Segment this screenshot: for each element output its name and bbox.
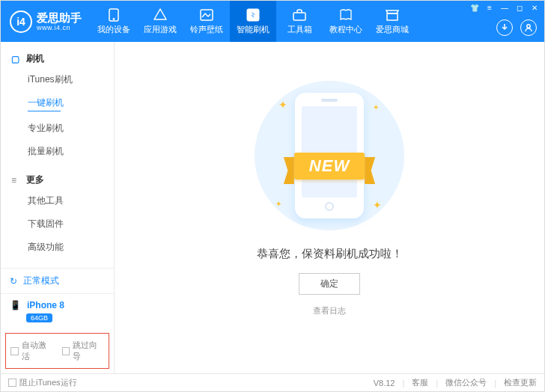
svg-point-6 bbox=[527, 25, 530, 28]
maximize-icon[interactable]: ◻ bbox=[514, 4, 525, 12]
device-name: iPhone 8 bbox=[27, 300, 64, 310]
store-icon bbox=[385, 7, 400, 22]
tab-ring-wallpaper[interactable]: 铃声壁纸 bbox=[183, 1, 230, 42]
side-group-title: 刷机 bbox=[26, 52, 44, 65]
apps-icon bbox=[153, 7, 168, 22]
toolbox-icon bbox=[292, 7, 307, 22]
separator: | bbox=[494, 379, 496, 388]
close-icon[interactable]: ✕ bbox=[529, 4, 540, 12]
separator: | bbox=[436, 379, 438, 388]
more-icon: ≡ bbox=[11, 175, 22, 186]
sparkle-icon: ✦ bbox=[373, 103, 379, 111]
sparkle-icon: ✦ bbox=[278, 99, 287, 111]
flash-icon bbox=[246, 7, 261, 22]
wechat-link[interactable]: 微信公众号 bbox=[445, 377, 487, 388]
side-group-title: 更多 bbox=[26, 174, 44, 186]
device-info[interactable]: 📱 iPhone 8 64GB bbox=[1, 293, 114, 328]
tab-label: 应用游戏 bbox=[144, 24, 177, 35]
sparkle-icon: ✦ bbox=[275, 200, 281, 208]
phone-outline-icon: ▢ bbox=[11, 54, 22, 64]
window-controls: 👕 ≡ — ◻ ✕ bbox=[469, 4, 540, 12]
checkbox-label: 自动激活 bbox=[22, 340, 53, 362]
skip-wizard-checkbox[interactable]: 跳过向导 bbox=[62, 340, 105, 362]
header-actions bbox=[496, 19, 537, 36]
sidebar: ▢ 刷机 iTunes刷机 一键刷机 专业刷机 批量刷机 ≡ 更多 其他工具 下… bbox=[1, 42, 115, 373]
phone-home-icon bbox=[325, 202, 334, 211]
sparkle-icon: ✦ bbox=[373, 199, 382, 211]
success-message: 恭喜您，保资料刷机成功啦！ bbox=[257, 247, 403, 261]
brand-logo: i4 爱思助手 www.i4.cn bbox=[1, 10, 91, 33]
side-group-header-flash: ▢ 刷机 bbox=[1, 49, 114, 68]
tab-my-device[interactable]: 我的设备 bbox=[91, 1, 137, 42]
book-icon bbox=[338, 7, 353, 22]
footer-right: V8.12 | 客服 | 微信公众号 | 检查更新 bbox=[374, 377, 537, 388]
svg-rect-5 bbox=[387, 13, 398, 20]
block-itunes-checkbox[interactable]: 阻止iTunes运行 bbox=[8, 377, 77, 388]
tab-label: 爱思商城 bbox=[376, 24, 409, 35]
tab-smart-flash[interactable]: 智能刷机 bbox=[230, 1, 276, 42]
wallpaper-icon bbox=[199, 7, 214, 22]
device-capacity-badge: 64GB bbox=[26, 313, 52, 322]
auto-activate-checkbox[interactable]: 自动激活 bbox=[10, 340, 53, 362]
sidebar-item-other-tools[interactable]: 其他工具 bbox=[1, 189, 114, 212]
refresh-icon: ↻ bbox=[10, 276, 17, 287]
tab-label: 教程中心 bbox=[329, 24, 362, 35]
tab-label: 铃声壁纸 bbox=[190, 24, 223, 35]
side-group-more: ≡ 更多 其他工具 下载固件 高级功能 bbox=[1, 163, 114, 259]
user-button[interactable] bbox=[520, 19, 537, 36]
brand-text: 爱思助手 www.i4.cn bbox=[37, 11, 82, 32]
tab-store[interactable]: 爱思商城 bbox=[369, 1, 415, 42]
new-ribbon: NEW bbox=[271, 148, 388, 184]
sidebar-list: ▢ 刷机 iTunes刷机 一键刷机 专业刷机 批量刷机 ≡ 更多 其他工具 下… bbox=[1, 42, 114, 268]
support-link[interactable]: 客服 bbox=[412, 377, 428, 388]
checkbox-label: 阻止iTunes运行 bbox=[19, 377, 77, 388]
separator: | bbox=[402, 379, 404, 388]
sidebar-item-itunes-flash[interactable]: iTunes刷机 bbox=[1, 68, 114, 91]
main-panel: ✦ ✦ ✦ ✦ NEW 恭喜您，保资料刷机成功啦！ 确定 查看日志 bbox=[115, 42, 544, 373]
success-illustration: ✦ ✦ ✦ ✦ NEW bbox=[255, 81, 404, 230]
phone-speaker-icon bbox=[321, 99, 338, 102]
brand-name: 爱思助手 bbox=[37, 11, 82, 24]
checkbox-label: 跳过向导 bbox=[73, 340, 104, 362]
minimize-icon[interactable]: — bbox=[499, 4, 510, 12]
confirm-button[interactable]: 确定 bbox=[299, 273, 360, 295]
app-window: i4 爱思助手 www.i4.cn 我的设备 应用游戏 铃声壁纸 智能刷机 bbox=[0, 0, 545, 392]
tab-label: 工具箱 bbox=[287, 24, 312, 35]
tab-tutorial[interactable]: 教程中心 bbox=[323, 1, 369, 42]
logo-icon: i4 bbox=[10, 10, 32, 33]
tab-toolbox[interactable]: 工具箱 bbox=[276, 1, 323, 42]
ribbon-text: NEW bbox=[294, 153, 365, 180]
menu-icon[interactable]: ≡ bbox=[484, 4, 495, 12]
download-button[interactable] bbox=[496, 19, 513, 36]
status-bar: 阻止iTunes运行 V8.12 | 客服 | 微信公众号 | 检查更新 bbox=[1, 373, 544, 391]
tab-label: 我的设备 bbox=[97, 24, 130, 35]
tab-apps[interactable]: 应用游戏 bbox=[137, 1, 183, 42]
sidebar-item-batch-flash[interactable]: 批量刷机 bbox=[1, 140, 114, 163]
device-mode[interactable]: ↻ 正常模式 bbox=[1, 268, 114, 293]
check-update-link[interactable]: 检查更新 bbox=[504, 377, 537, 388]
checkbox-icon bbox=[62, 347, 70, 355]
sidebar-item-advanced[interactable]: 高级功能 bbox=[1, 236, 114, 259]
app-body: ▢ 刷机 iTunes刷机 一键刷机 专业刷机 批量刷机 ≡ 更多 其他工具 下… bbox=[1, 42, 544, 373]
svg-rect-4 bbox=[293, 13, 305, 20]
skin-icon[interactable]: 👕 bbox=[469, 4, 480, 12]
sidebar-item-pro-flash[interactable]: 专业刷机 bbox=[1, 117, 114, 140]
checkbox-icon bbox=[10, 347, 19, 355]
brand-url: www.i4.cn bbox=[37, 24, 82, 31]
device-icon: 📱 bbox=[10, 300, 21, 310]
checkbox-icon bbox=[8, 379, 16, 387]
phone-icon bbox=[106, 7, 121, 22]
sidebar-item-download-firmware[interactable]: 下载固件 bbox=[1, 212, 114, 236]
side-group-header-more: ≡ 更多 bbox=[1, 171, 114, 189]
app-header: i4 爱思助手 www.i4.cn 我的设备 应用游戏 铃声壁纸 智能刷机 bbox=[1, 1, 544, 42]
sidebar-item-oneclick-flash[interactable]: 一键刷机 bbox=[1, 91, 114, 117]
svg-point-1 bbox=[113, 19, 115, 20]
view-log-link[interactable]: 查看日志 bbox=[313, 305, 346, 316]
device-line: 📱 iPhone 8 bbox=[10, 300, 105, 310]
version-label: V8.12 bbox=[374, 379, 395, 388]
tab-label: 智能刷机 bbox=[237, 24, 270, 35]
device-mode-label: 正常模式 bbox=[23, 275, 59, 287]
highlighted-options: 自动激活 跳过向导 bbox=[5, 333, 109, 369]
side-group-flash: ▢ 刷机 iTunes刷机 一键刷机 专业刷机 批量刷机 bbox=[1, 42, 114, 163]
